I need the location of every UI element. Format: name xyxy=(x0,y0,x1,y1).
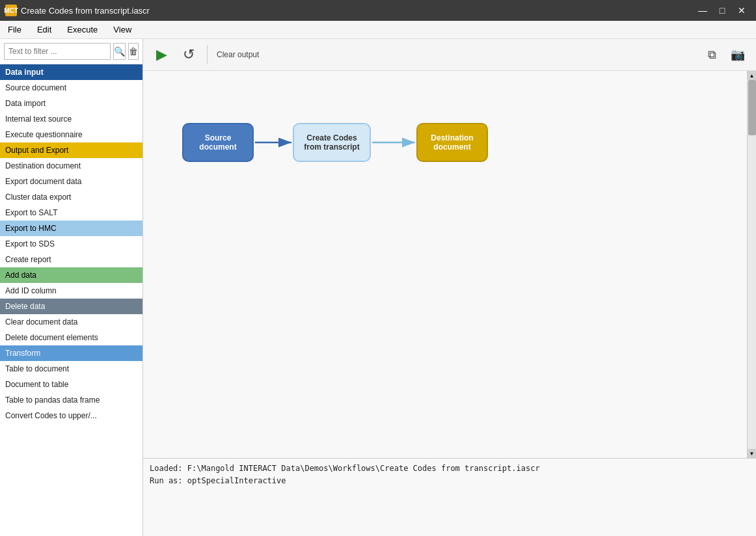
canvas-scroll-wrapper[interactable]: Sourcedocument Create Codesfrom transcri… xyxy=(143,71,747,458)
dest-node-label: Destinationdocument xyxy=(431,133,473,152)
canvas-inner: Sourcedocument Create Codesfrom transcri… xyxy=(143,71,729,344)
menu-execute[interactable]: Execute xyxy=(59,21,105,38)
menu-bar: File Edit Execute View xyxy=(0,21,756,39)
console-line-1: Loaded: F:\Mangold INTERACT Data\Demos\W… xyxy=(150,462,749,475)
workflow-node-process[interactable]: Create Codesfrom transcript xyxy=(293,123,371,162)
vscroll-down-btn[interactable]: ▼ xyxy=(748,449,757,458)
clear-output-label: Clear output xyxy=(217,50,259,59)
sidebar-header-add-data[interactable]: Add data xyxy=(0,267,142,283)
screenshot-button[interactable]: 📷 xyxy=(726,43,749,66)
sidebar-header-transform[interactable]: Transform xyxy=(0,345,142,361)
vscroll: ▲ ▼ xyxy=(747,71,756,458)
sidebar: 🔍 🗑 Data input Source document Data impo… xyxy=(0,39,143,536)
workflow-node-destination[interactable]: Destinationdocument xyxy=(416,123,488,162)
close-button[interactable]: ✕ xyxy=(733,1,751,20)
console-line-2: Run as: optSpecialInteractive xyxy=(150,475,749,487)
output-console: Loaded: F:\Mangold INTERACT Data\Demos\W… xyxy=(143,458,756,536)
sidebar-item-document-to-table[interactable]: Document to table xyxy=(0,377,142,392)
search-input[interactable] xyxy=(4,43,111,60)
title-bar: MCT Create Codes from transcript.iascr —… xyxy=(0,0,756,21)
process-node-label: Create Codesfrom transcript xyxy=(304,133,359,152)
undo-button[interactable]: ↺ xyxy=(177,43,200,66)
sidebar-item-execute-questionnaire[interactable]: Execute questionnaire xyxy=(0,127,142,142)
app-icon: MCT xyxy=(5,5,17,16)
sidebar-item-export-to-salt[interactable]: Export to SALT xyxy=(0,205,142,221)
sidebar-item-export-to-hmc[interactable]: Export to HMC xyxy=(0,221,142,236)
sidebar-item-data-import[interactable]: Data import xyxy=(0,96,142,111)
menu-edit[interactable]: Edit xyxy=(29,21,59,38)
toolbar-right: ⧉ 📷 xyxy=(700,43,749,66)
sidebar-item-cluster-data-export[interactable]: Cluster data export xyxy=(0,189,142,205)
sidebar-search-row: 🔍 🗑 xyxy=(0,39,142,64)
sidebar-header-delete-data[interactable]: Delete data xyxy=(0,299,142,314)
toolbar-separator xyxy=(207,45,208,64)
sidebar-item-table-to-pandas[interactable]: Table to pandas data frame xyxy=(0,392,142,408)
menu-file[interactable]: File xyxy=(0,21,29,38)
run-button[interactable]: ▶ xyxy=(150,43,173,66)
menu-view[interactable]: View xyxy=(105,21,139,38)
source-node-label: Sourcedocument xyxy=(199,133,236,152)
vscroll-track[interactable] xyxy=(748,80,757,449)
delete-filter-button[interactable]: 🗑 xyxy=(128,43,139,60)
app-body: 🔍 🗑 Data input Source document Data impo… xyxy=(0,39,756,536)
canvas-row: Sourcedocument Create Codesfrom transcri… xyxy=(143,71,756,458)
sidebar-item-clear-document-data[interactable]: Clear document data xyxy=(0,314,142,330)
search-button[interactable]: 🔍 xyxy=(113,43,126,60)
workflow-node-source[interactable]: Sourcedocument xyxy=(182,123,254,162)
sidebar-header-output-export[interactable]: Output and Export xyxy=(0,142,142,158)
sidebar-item-destination-document[interactable]: Destination document xyxy=(0,158,142,174)
canvas-area[interactable]: Sourcedocument Create Codesfrom transcri… xyxy=(143,71,747,458)
sidebar-item-internal-text-source[interactable]: Internal text source xyxy=(0,111,142,127)
sidebar-item-create-report[interactable]: Create report xyxy=(0,252,142,267)
maximize-button[interactable]: □ xyxy=(713,1,731,20)
sidebar-list: Data input Source document Data import I… xyxy=(0,64,142,536)
sidebar-item-table-to-document[interactable]: Table to document xyxy=(0,361,142,377)
sidebar-item-delete-document-elements[interactable]: Delete document elements xyxy=(0,330,142,345)
sidebar-item-export-document-data[interactable]: Export document data xyxy=(0,174,142,189)
open-external-button[interactable]: ⧉ xyxy=(700,43,723,66)
window-title: Create Codes from transcript.iascr xyxy=(21,6,690,16)
toolbar: ▶ ↺ Clear output ⧉ 📷 xyxy=(143,39,756,71)
vscroll-up-btn[interactable]: ▲ xyxy=(748,71,757,80)
sidebar-item-add-id-column[interactable]: Add ID column xyxy=(0,283,142,299)
sidebar-item-export-to-sds[interactable]: Export to SDS xyxy=(0,236,142,252)
vscroll-thumb[interactable] xyxy=(748,80,756,135)
sidebar-item-source-document[interactable]: Source document xyxy=(0,80,142,96)
minimize-button[interactable]: — xyxy=(694,1,712,20)
right-panel: ▶ ↺ Clear output ⧉ 📷 xyxy=(143,39,756,536)
sidebar-header-data-input: Data input xyxy=(0,64,142,80)
window-controls: — □ ✕ xyxy=(694,1,751,20)
sidebar-item-convert-codes[interactable]: Convert Codes to upper/... xyxy=(0,408,142,423)
